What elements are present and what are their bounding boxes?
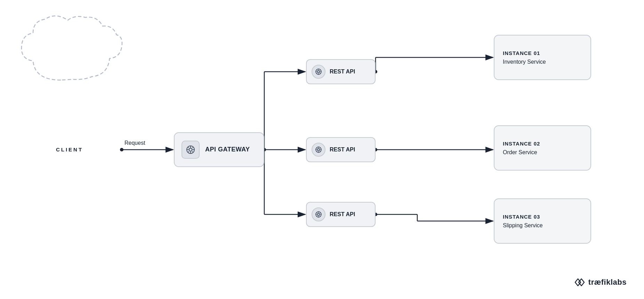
svg-point-17 (189, 148, 192, 151)
svg-point-47 (317, 213, 320, 215)
rest-api-node-2: REST API (306, 137, 376, 162)
svg-line-55 (317, 215, 318, 216)
svg-line-45 (317, 150, 318, 151)
rest-label-3: REST API (330, 211, 355, 218)
svg-line-43 (319, 150, 320, 151)
client-label: CLIENT (56, 147, 83, 152)
request-label: Request (124, 140, 145, 146)
instance-node-3: INSTANCE 03 Slipping Service (494, 198, 591, 244)
svg-point-37 (317, 149, 320, 151)
svg-line-54 (319, 213, 320, 214)
svg-line-44 (319, 148, 320, 149)
rest-api-node-3: REST API (306, 202, 376, 227)
svg-line-25 (188, 151, 190, 152)
svg-line-32 (317, 70, 318, 71)
client-node: CLIENT (21, 115, 118, 184)
svg-line-22 (188, 147, 190, 149)
client-dot (120, 148, 123, 151)
instance-service-2: Order Service (503, 149, 582, 156)
instance-number-2: INSTANCE 02 (503, 141, 582, 147)
traefik-logo: træfiklabs (574, 276, 627, 289)
rest-icon-1 (312, 65, 325, 79)
instance-number-1: INSTANCE 01 (503, 50, 582, 56)
instance-node-2: INSTANCE 02 Order Service (494, 125, 591, 171)
cloud-shape (22, 16, 122, 80)
rest-icon-2 (312, 143, 325, 157)
svg-line-33 (319, 72, 320, 73)
traefik-logo-icon (574, 276, 586, 289)
gateway-icon (182, 141, 200, 159)
rest-api-node-1: REST API (306, 59, 376, 84)
instance-service-3: Slipping Service (503, 222, 582, 229)
svg-line-53 (319, 215, 320, 216)
svg-point-27 (317, 71, 320, 73)
instance-service-1: Inventory Service (503, 59, 582, 65)
gateway-label: API GATEWAY (205, 146, 250, 153)
svg-line-35 (317, 72, 318, 73)
svg-line-24 (192, 147, 194, 149)
rest-icon-3 (312, 207, 325, 221)
rest-label-1: REST API (330, 69, 355, 75)
svg-line-52 (317, 213, 318, 214)
gateway-node: API GATEWAY (174, 132, 264, 167)
diagram-container: CLIENT Request API GATEWAY (0, 0, 644, 299)
svg-line-34 (319, 70, 320, 71)
svg-line-23 (192, 151, 194, 152)
svg-line-42 (317, 148, 318, 149)
rest-label-2: REST API (330, 147, 355, 153)
traefik-logo-text: træfiklabs (588, 278, 627, 287)
instance-node-1: INSTANCE 01 Inventory Service (494, 35, 591, 80)
instance-number-3: INSTANCE 03 (503, 214, 582, 220)
